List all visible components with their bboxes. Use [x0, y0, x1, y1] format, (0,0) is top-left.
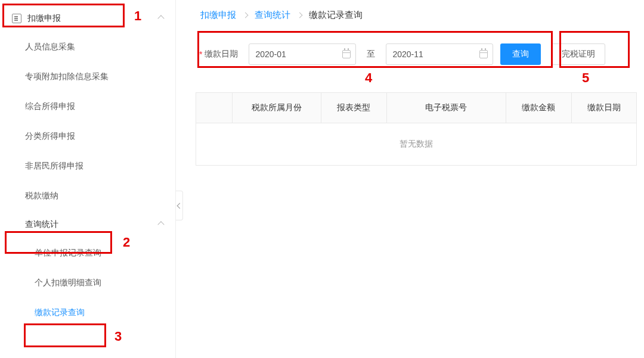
sidebar-item-payment-record[interactable]: 缴款记录查询 — [0, 298, 175, 328]
sidebar-item-label: 人员信息采集 — [25, 42, 75, 51]
table-header-row: 税款所属月份 报表类型 电子税票号 缴款金额 缴款日期 — [196, 93, 636, 123]
sidebar-item-personal-withhold-detail[interactable]: 个人扣缴明细查询 — [0, 268, 175, 298]
sidebar-item-label: 综合所得申报 — [25, 101, 75, 111]
sidebar-group-query[interactable]: 查询统计 — [0, 211, 175, 238]
sidebar-group-label: 查询统计 — [25, 219, 58, 230]
sidebar-item-unit-declare-record[interactable]: 单位申报记录查询 — [0, 238, 175, 268]
required-star-icon: * — [199, 49, 202, 59]
breadcrumb-link-declare[interactable]: 扣缴申报 — [200, 10, 236, 21]
sidebar-item-label: 个人扣缴明细查询 — [35, 278, 101, 287]
table-empty-row: 暂无数据 — [196, 123, 636, 166]
calendar-icon — [479, 50, 488, 58]
chevron-right-icon — [243, 13, 249, 18]
th-eticket-no: 电子税票号 — [386, 93, 506, 123]
chevron-up-icon — [157, 15, 164, 21]
sidebar-item-classified-income[interactable]: 分类所得申报 — [0, 122, 175, 151]
sidebar-item-label: 分类所得申报 — [25, 131, 75, 141]
sidebar-item-label: 单位申报记录查询 — [35, 248, 101, 257]
breadcrumb-current: 缴款记录查询 — [309, 10, 363, 21]
sidebar-item-personnel[interactable]: 人员信息采集 — [0, 32, 175, 62]
th-amount: 缴款金额 — [506, 93, 571, 123]
sidebar-item-tax-payment[interactable]: 税款缴纳 — [0, 181, 175, 211]
chevron-right-icon — [297, 13, 303, 18]
tax-cert-button[interactable]: 完税证明 — [552, 43, 605, 65]
breadcrumb-link-query[interactable]: 查询统计 — [255, 10, 290, 21]
sidebar-item-label: 税款缴纳 — [25, 191, 58, 200]
sidebar-item-label: 非居民所得申报 — [25, 161, 83, 170]
date-from-input[interactable]: 2020-01 — [249, 43, 356, 65]
date-to-input[interactable]: 2020-11 — [386, 43, 493, 65]
query-button[interactable]: 查询 — [500, 43, 541, 65]
date-range-separator: 至 — [363, 49, 379, 60]
filter-label-text: 缴款日期 — [205, 49, 238, 60]
date-to-value: 2020-11 — [392, 49, 423, 59]
sidebar: 扣缴申报 人员信息采集 专项附加扣除信息采集 综合所得申报 分类所得申报 非居民… — [0, 0, 176, 358]
th-tax-month: 税款所属月份 — [232, 93, 321, 123]
th-pay-date: 缴款日期 — [571, 93, 636, 123]
sidebar-group-declare[interactable]: 扣缴申报 — [0, 5, 175, 32]
breadcrumb: 扣缴申报 查询统计 缴款记录查询 — [196, 5, 637, 33]
sidebar-item-special-deduction[interactable]: 专项附加扣除信息采集 — [0, 62, 175, 92]
filter-row: * 缴款日期 2020-01 至 2020-11 查询 完税证明 — [196, 33, 637, 76]
main-content: 扣缴申报 查询统计 缴款记录查询 * 缴款日期 2020-01 至 2020-1… — [185, 0, 644, 358]
calendar-icon — [342, 50, 351, 58]
th-report-type: 报表类型 — [321, 93, 387, 123]
date-from-value: 2020-01 — [255, 49, 286, 59]
sidebar-item-label: 专项附加扣除信息采集 — [25, 71, 109, 81]
sidebar-item-label: 缴款记录查询 — [35, 307, 85, 317]
th-blank — [196, 93, 232, 123]
sidebar-group-label: 扣缴申报 — [27, 13, 61, 24]
sidebar-collapse-handle[interactable] — [176, 191, 183, 220]
filter-label: * 缴款日期 — [199, 49, 238, 60]
sidebar-item-nonresident-income[interactable]: 非居民所得申报 — [0, 151, 175, 181]
results-table: 税款所属月份 报表类型 电子税票号 缴款金额 缴款日期 暂无数据 — [196, 92, 637, 166]
chevron-up-icon — [157, 221, 164, 228]
file-list-icon — [12, 14, 21, 23]
sidebar-item-comprehensive-income[interactable]: 综合所得申报 — [0, 92, 175, 122]
empty-text: 暂无数据 — [196, 123, 636, 166]
